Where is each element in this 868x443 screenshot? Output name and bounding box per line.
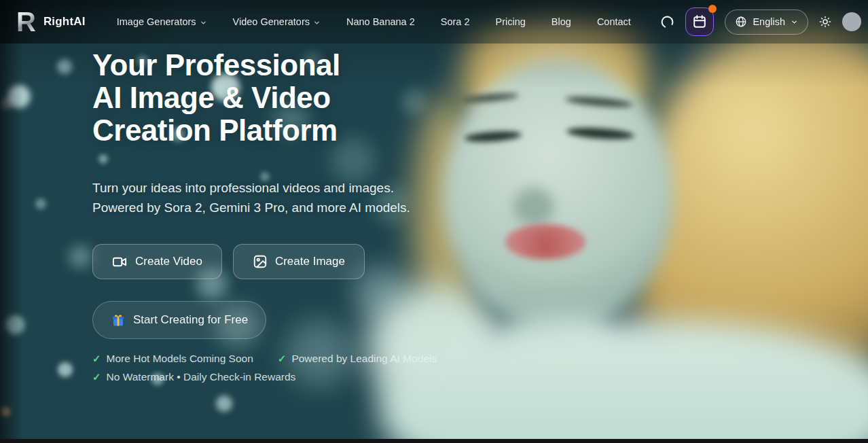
- nav-item-contact[interactable]: Contact: [597, 16, 631, 27]
- title-line: AI Image & Video: [92, 82, 340, 114]
- chevron-down-icon: [200, 19, 207, 26]
- user-avatar[interactable]: [842, 12, 861, 31]
- button-label: Start Creating for Free: [133, 313, 248, 327]
- page: R RightAI Image Generators Video Generat…: [0, 0, 868, 443]
- nav-item-label: Blog: [551, 16, 571, 27]
- title-line: Your Professional: [92, 49, 340, 82]
- feature-label: No Watermark • Daily Check-in Rewards: [107, 371, 296, 383]
- create-image-button[interactable]: Create Image: [233, 244, 365, 279]
- feature-row: ✓ More Hot Models Coming Soon ✓ Powered …: [92, 353, 500, 365]
- nav-item-label: Video Generators: [233, 16, 310, 27]
- image-icon: [253, 254, 268, 269]
- theme-toggle-sun-icon[interactable]: [819, 16, 831, 28]
- nav-item-label: Nano Banana 2: [346, 16, 415, 27]
- nav-item-video-generators[interactable]: Video Generators: [233, 16, 321, 27]
- subtitle-line: Turn your ideas into professional videos…: [92, 178, 410, 198]
- start-creating-free-button[interactable]: Start Creating for Free: [92, 301, 266, 339]
- check-icon: ✓: [92, 371, 101, 383]
- title-line: Creation Platform: [92, 114, 340, 147]
- feature-list: ✓ More Hot Models Coming Soon ✓ Powered …: [92, 353, 500, 389]
- nav-item-pricing[interactable]: Pricing: [496, 16, 526, 27]
- nav-item-nano-banana-2[interactable]: Nano Banana 2: [346, 16, 415, 27]
- nav-item-label: Image Generators: [117, 16, 196, 27]
- top-navbar: R RightAI Image Generators Video Generat…: [0, 0, 868, 43]
- button-label: Create Image: [275, 255, 345, 268]
- check-icon: ✓: [278, 353, 287, 365]
- chevron-down-icon: [313, 19, 321, 26]
- gift-icon: [111, 313, 126, 327]
- nav-item-label: Contact: [597, 16, 631, 27]
- language-selector[interactable]: English: [725, 10, 808, 35]
- brand[interactable]: R RightAI: [16, 8, 86, 35]
- button-label: Create Video: [135, 255, 202, 268]
- globe-icon: [735, 16, 747, 28]
- daily-checkin-button[interactable]: [685, 7, 714, 36]
- feature-item: ✓ More Hot Models Coming Soon: [92, 353, 253, 365]
- feature-row: ✓ No Watermark • Daily Check-in Rewards: [92, 371, 500, 383]
- subtitle-line: Powered by Sora 2, Gemini 3 Pro, and mor…: [92, 198, 410, 217]
- chevron-down-icon: [791, 18, 798, 26]
- nav-item-label: Sora 2: [441, 16, 470, 27]
- bottom-edge-strip: [0, 439, 868, 443]
- brand-name: RightAI: [43, 15, 86, 29]
- language-label: English: [753, 16, 785, 27]
- spinner-arc-icon: [660, 15, 674, 29]
- notification-dot: [708, 5, 717, 13]
- nav-item-blog[interactable]: Blog: [551, 16, 571, 27]
- nav-item-sora-2[interactable]: Sora 2: [441, 16, 470, 27]
- feature-label: Powered by Leading AI Models: [291, 353, 437, 365]
- calendar-icon: [692, 14, 707, 29]
- nav-item-image-generators[interactable]: Image Generators: [117, 16, 207, 27]
- cta-button-row: Create Video Create Image: [92, 244, 365, 279]
- feature-item: ✓ Powered by Leading AI Models: [278, 353, 437, 365]
- hero-subtitle: Turn your ideas into professional videos…: [92, 178, 410, 217]
- check-icon: ✓: [92, 353, 101, 365]
- primary-navigation: Image Generators Video Generators Nano B…: [117, 16, 631, 27]
- navbar-actions: English: [660, 7, 861, 36]
- feature-item: ✓ No Watermark • Daily Check-in Rewards: [92, 371, 295, 383]
- video-camera-icon: [112, 254, 128, 270]
- nav-item-label: Pricing: [496, 16, 526, 27]
- r-logo-icon: R: [16, 8, 36, 35]
- create-video-button[interactable]: Create Video: [92, 244, 222, 279]
- page-title: Your Professional AI Image & Video Creat…: [92, 49, 340, 147]
- feature-label: More Hot Models Coming Soon: [107, 353, 253, 365]
